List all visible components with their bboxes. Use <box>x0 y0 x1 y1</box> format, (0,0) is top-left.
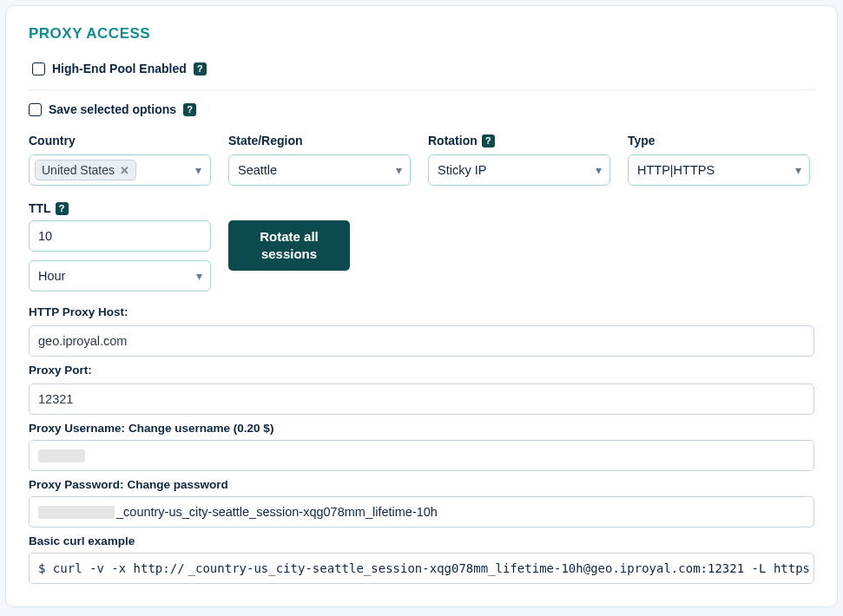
rotation-col: Rotation ? Sticky IP ▾ <box>428 134 610 186</box>
type-select[interactable]: HTTP|HTTPS <box>628 154 810 186</box>
host-field: HTTP Proxy Host: <box>29 305 814 357</box>
username-label: Proxy Username: <box>29 422 125 435</box>
help-icon[interactable]: ? <box>194 62 207 75</box>
country-chip: United States ✕ <box>35 160 136 180</box>
state-value: Seattle <box>238 163 277 177</box>
password-input[interactable]: _country-us_city-seattle_session-xqg078m… <box>29 496 814 528</box>
ttl-inputs: Hour ▾ <box>29 220 211 292</box>
password-label: Proxy Password: <box>29 478 124 491</box>
country-chip-text: United States <box>42 163 115 177</box>
state-select-wrap: Seattle ▾ <box>228 154 411 186</box>
ttl-value-input[interactable] <box>29 220 211 252</box>
password-suffix: _country-us_city-seattle_session-xqg078m… <box>116 505 438 519</box>
username-input[interactable] <box>29 440 814 471</box>
redacted-block <box>38 449 85 462</box>
rotate-sessions-button[interactable]: Rotate all sessions <box>228 220 350 271</box>
curl-output[interactable]: $ curl -v -x http:// _country-us_city-se… <box>29 553 814 584</box>
host-label: HTTP Proxy Host: <box>29 305 814 318</box>
change-password-link[interactable]: Change password <box>128 478 228 491</box>
ttl-unit-select[interactable]: Hour <box>29 260 211 292</box>
save-options-checkbox[interactable] <box>29 103 42 116</box>
ttl-label-row: TTL ? <box>29 201 814 215</box>
type-col: Type HTTP|HTTPS ▾ <box>628 134 810 186</box>
curl-field: Basic curl example $ curl -v -x http:// … <box>29 534 814 584</box>
redacted-block <box>38 506 115 519</box>
type-select-wrap: HTTP|HTTPS ▾ <box>628 154 810 186</box>
country-select[interactable]: United States ✕ ▾ <box>29 154 211 186</box>
rotation-label: Rotation ? <box>428 134 610 147</box>
help-icon[interactable]: ? <box>56 202 69 215</box>
ttl-label: TTL <box>29 201 51 215</box>
password-label-row: Proxy Password: Change password <box>29 478 814 491</box>
state-label: State/Region <box>228 134 411 147</box>
close-icon[interactable]: ✕ <box>120 164 129 177</box>
high-end-checkbox[interactable] <box>32 62 45 75</box>
high-end-label: High-End Pool Enabled <box>52 62 187 75</box>
curl-suffix: _country-us_city-seattle_session-xqg078m… <box>188 561 810 575</box>
form-row-1: Country United States ✕ ▾ State/Region S… <box>29 134 814 186</box>
curl-label: Basic curl example <box>29 534 814 547</box>
port-input[interactable] <box>29 383 814 415</box>
help-icon[interactable]: ? <box>482 134 495 147</box>
high-end-row: High-End Pool Enabled ? <box>32 62 814 75</box>
country-label: Country <box>29 134 211 147</box>
state-select[interactable]: Seattle <box>228 154 411 186</box>
proxy-access-panel: PROXY ACCESS High-End Pool Enabled ? Sav… <box>5 5 838 607</box>
username-field: Proxy Username: Change username (0.20 $) <box>29 422 814 471</box>
state-col: State/Region Seattle ▾ <box>228 134 411 186</box>
ttl-row: Hour ▾ Rotate all sessions <box>29 220 814 292</box>
rotation-select-wrap: Sticky IP ▾ <box>428 154 610 186</box>
rotation-select[interactable]: Sticky IP <box>428 154 610 186</box>
save-options-label: Save selected options <box>49 102 176 116</box>
change-username-link[interactable]: Change username (0.20 $) <box>128 422 273 435</box>
host-input[interactable] <box>29 325 814 357</box>
type-label: Type <box>628 134 810 147</box>
divider <box>29 89 814 90</box>
port-label: Proxy Port: <box>29 364 814 377</box>
username-label-row: Proxy Username: Change username (0.20 $) <box>29 422 814 435</box>
password-field: Proxy Password: Change password _country… <box>29 478 814 528</box>
curl-prefix: $ curl -v -x http:// <box>38 561 185 575</box>
port-field: Proxy Port: <box>29 364 814 415</box>
page-title: PROXY ACCESS <box>29 25 814 43</box>
chevron-down-icon: ▾ <box>195 163 201 177</box>
country-col: Country United States ✕ ▾ <box>29 134 211 186</box>
save-options-row: Save selected options ? <box>29 102 814 116</box>
help-icon[interactable]: ? <box>183 103 196 116</box>
